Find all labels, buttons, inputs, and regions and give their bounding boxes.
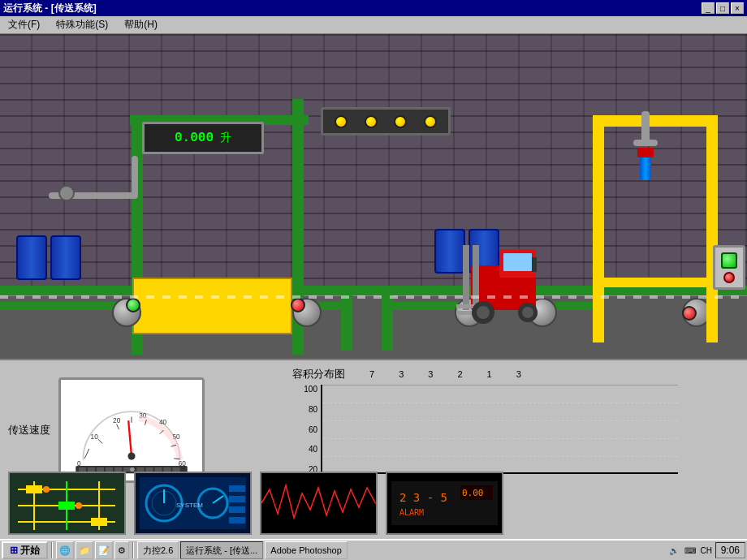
y-label-80: 80 xyxy=(292,405,317,414)
yframe-v1 xyxy=(593,115,604,342)
col-label-5: 1 xyxy=(487,369,492,379)
thumbnail-3[interactable] xyxy=(260,472,378,535)
maximize-button[interactable]: □ xyxy=(716,2,729,14)
top-pipe-v xyxy=(641,111,650,144)
menu-bar: 文件(F) 特殊功能(S) 帮助(H) xyxy=(0,16,747,34)
main-window: 运行系统 - [传送系统] _ □ × 文件(F) 特殊功能(S) 帮助(H) xyxy=(0,0,747,560)
svg-point-53 xyxy=(43,486,50,493)
notepad-button[interactable]: 📝 xyxy=(95,541,113,559)
window-controls: _ □ × xyxy=(702,2,744,14)
svg-point-8 xyxy=(477,306,490,319)
red-signal-1 xyxy=(291,298,305,312)
svg-text:0.00: 0.00 xyxy=(462,488,484,498)
analog-gauge: 0 10 20 30 40 50 60 xyxy=(58,377,205,483)
svg-rect-11 xyxy=(532,257,537,272)
svg-rect-50 xyxy=(26,485,42,493)
green-signal-1 xyxy=(126,298,140,312)
control-panel: 传送速度 0 10 20 30 40 50 60 xyxy=(0,359,747,544)
display-unit: 升 xyxy=(220,131,231,145)
runsystem-label: 运行系统 - [传送... xyxy=(186,545,257,557)
svg-text:10: 10 xyxy=(91,433,99,441)
y-axis: 100 80 60 40 20 xyxy=(292,385,321,474)
thumbnail-2[interactable]: SYSTEM xyxy=(134,472,252,535)
top-pipe-h xyxy=(633,140,658,146)
yframe-v2 xyxy=(706,115,718,342)
svg-rect-52 xyxy=(91,518,107,526)
pipe-v1 xyxy=(132,156,138,196)
runsystem-button[interactable]: 运行系统 - [传送... xyxy=(180,541,263,559)
likong-button[interactable]: 力控2.6 xyxy=(137,541,179,559)
photoshop-button[interactable]: Adobe Photoshop xyxy=(265,541,347,559)
tray-icon-2: ⌨ xyxy=(683,543,697,558)
likong-label: 力控2.6 xyxy=(143,545,173,557)
yframe-h1 xyxy=(593,115,718,127)
svg-point-10 xyxy=(522,307,533,318)
signal-light-3 xyxy=(394,115,407,128)
signal-light-4 xyxy=(424,115,437,128)
clock: 9:06 xyxy=(715,542,745,558)
tray-icon-1: 🔊 xyxy=(667,543,681,558)
svg-text:ALARM: ALARM xyxy=(399,508,424,517)
close-button[interactable]: × xyxy=(731,2,744,14)
menu-special[interactable]: 特殊功能(S) xyxy=(51,16,113,33)
y-label-60: 60 xyxy=(292,425,317,434)
svg-text:SYSTEM: SYSTEM xyxy=(176,502,203,509)
digital-display: 0.000 升 xyxy=(142,122,264,154)
photoshop-label: Adobe Photoshop xyxy=(270,545,341,555)
explorer-button[interactable]: 📁 xyxy=(76,541,93,559)
col-label-1: 7 xyxy=(369,369,374,379)
left-barrel-2 xyxy=(50,235,81,280)
col-label-6: 3 xyxy=(516,369,521,379)
gauge-svg: 0 10 20 30 40 50 60 xyxy=(63,386,201,475)
svg-rect-2 xyxy=(503,253,532,271)
left-barrel-1 xyxy=(16,235,47,280)
thumbnail-1[interactable] xyxy=(8,472,126,535)
yellow-belt xyxy=(132,278,292,334)
col-label-4: 2 xyxy=(457,369,462,379)
windows-icon: ⊞ xyxy=(10,545,18,556)
menu-help[interactable]: 帮助(H) xyxy=(119,16,162,33)
menu-file[interactable]: 文件(F) xyxy=(3,16,45,33)
speed-label: 传送速度 xyxy=(8,423,50,437)
valve-1 xyxy=(58,185,75,201)
svg-rect-4 xyxy=(473,245,479,310)
red-signal-3 xyxy=(682,306,697,321)
svg-rect-64 xyxy=(229,496,245,502)
green-indicator xyxy=(721,252,737,269)
dashed-line xyxy=(0,295,747,299)
forklift xyxy=(455,241,560,334)
col-label-2: 3 xyxy=(399,369,404,379)
yellow-rail xyxy=(593,278,718,287)
svg-text:2  3  -  5: 2 3 - 5 xyxy=(399,491,447,504)
svg-text:20: 20 xyxy=(113,416,121,424)
window-title: 运行系统 - [传送系统] xyxy=(3,2,97,15)
svg-point-29 xyxy=(127,452,135,459)
main-area: 0.000 升 xyxy=(0,34,747,544)
col-labels: 7 3 3 2 1 3 xyxy=(369,369,521,379)
taskbar: ⊞ 开始 🌐 📁 📝 ⚙ 力控2.6 运行系统 - [传送... Adobe P… xyxy=(0,539,747,560)
red-indicator xyxy=(723,272,735,283)
start-button[interactable]: ⊞ 开始 xyxy=(2,541,48,559)
svg-rect-12 xyxy=(68,386,195,475)
y-label-100: 100 xyxy=(292,385,317,394)
red-top xyxy=(637,148,654,157)
tray-ch: CH xyxy=(699,543,714,558)
industrial-scene: 0.000 升 xyxy=(0,34,747,359)
taskbar-divider-1 xyxy=(51,542,53,558)
svg-rect-3 xyxy=(463,245,469,310)
svg-rect-65 xyxy=(229,506,245,513)
minimize-button[interactable]: _ xyxy=(702,2,715,14)
thumbnail-4[interactable]: 2 3 - 5 ALARM 0.00 xyxy=(386,472,503,535)
y-label-40: 40 xyxy=(292,445,317,454)
system-tray: 🔊 ⌨ CH 9:06 xyxy=(667,542,745,558)
start-label: 开始 xyxy=(20,544,40,558)
ie-button[interactable]: 🌐 xyxy=(56,541,74,559)
thumbnails: SYSTEM xyxy=(8,468,739,537)
title-bar: 运行系统 - [传送系统] _ □ × xyxy=(0,0,747,16)
display-value: 0.000 xyxy=(175,131,214,145)
svg-point-54 xyxy=(76,502,82,509)
taskbar-divider-2 xyxy=(132,542,134,558)
chart-label: 容积分布图 xyxy=(292,367,345,381)
settings-button[interactable]: ⚙ xyxy=(114,541,129,559)
blue-cylinder xyxy=(640,156,651,180)
